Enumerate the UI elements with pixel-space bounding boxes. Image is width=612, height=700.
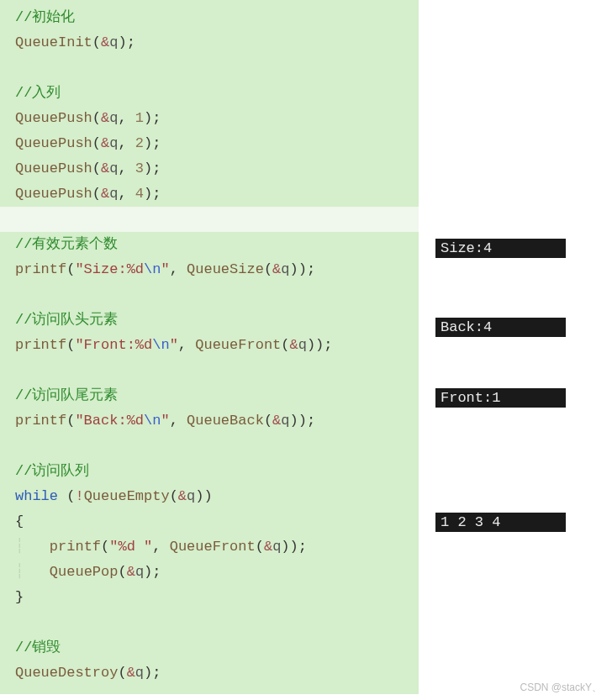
blank-line — [15, 282, 404, 308]
comment-destroy: //销毁 — [15, 635, 404, 661]
output-all: 1 2 3 4 — [435, 513, 566, 532]
line-printf-size: printf("Size:%d\n", QueueSize(&q)); — [15, 257, 404, 282]
line-push4: QueuePush(&q, 4); — [15, 182, 404, 207]
watermark: CSDN @stackY、 — [520, 681, 602, 695]
line-push2: QueuePush(&q, 2); — [15, 131, 404, 156]
line-printf-front: printf("Front:%d\n", QueueFront(&q)); — [15, 333, 404, 358]
comment-init: //初始化 — [15, 5, 404, 30]
blank-line — [15, 610, 404, 635]
line-push1: QueuePush(&q, 1); — [15, 106, 404, 131]
blank-line — [15, 358, 404, 383]
line-loop-printf: ┆ printf("%d ", QueueFront(&q)); — [15, 534, 404, 560]
output-front: Front:1 — [435, 388, 566, 408]
comment-visit: //访问队列 — [15, 459, 404, 484]
line-destroy: QueueDestroy(&q); — [15, 661, 404, 686]
comment-push: //入列 — [15, 81, 404, 106]
line-open-brace: { — [15, 509, 404, 534]
output-back: Back:4 — [435, 318, 566, 337]
line-loop-pop: ┆ QueuePop(&q); — [15, 560, 404, 585]
line-close-brace: } — [15, 585, 404, 610]
comment-size: //有效元素个数 — [15, 232, 404, 257]
code-panel: //初始化 QueueInit(&q); //入列 QueuePush(&q, … — [0, 0, 419, 694]
line-while: while (!QueueEmpty(&q)) — [15, 484, 404, 509]
line-push3: QueuePush(&q, 3); — [15, 156, 404, 182]
main-container: //初始化 QueueInit(&q); //入列 QueuePush(&q, … — [0, 0, 612, 694]
comment-back: //访问队尾元素 — [15, 383, 404, 408]
output-size: Size:4 — [435, 239, 566, 258]
comment-front: //访问队头元素 — [15, 308, 404, 333]
blank-highlight — [0, 207, 419, 232]
line-printf-back: printf("Back:%d\n", QueueBack(&q)); — [15, 408, 404, 434]
line-queueinit: QueueInit(&q); — [15, 30, 404, 55]
blank-line — [15, 55, 404, 81]
blank-line — [15, 434, 404, 459]
